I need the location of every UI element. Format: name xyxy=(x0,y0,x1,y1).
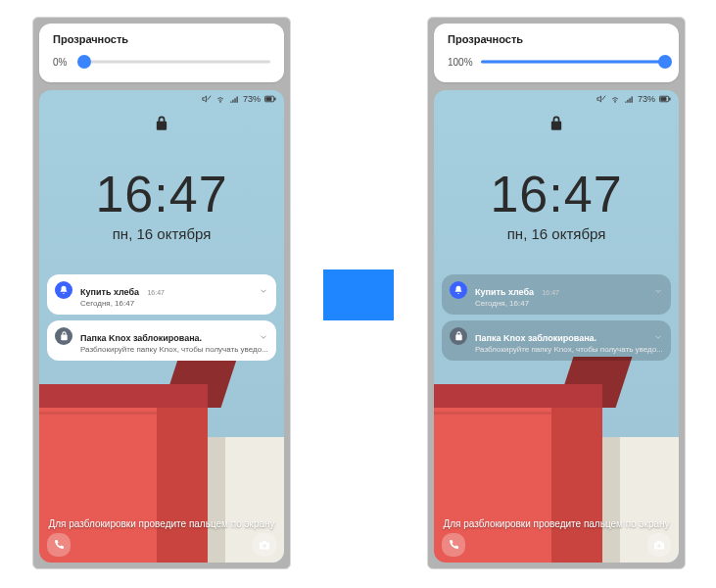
notification-list: Купить хлеба 16:47 Сегодня, 16:47 Папка … xyxy=(442,274,671,367)
chevron-down-icon[interactable] xyxy=(259,328,268,346)
svg-point-1 xyxy=(220,102,221,103)
phone-preview-left: Прозрачность 0% xyxy=(32,17,291,569)
battery-percent: 73% xyxy=(243,94,261,104)
bell-icon xyxy=(55,281,72,299)
clock-block: 16:47 пн, 16 октября xyxy=(39,169,284,242)
notification-time: 16:47 xyxy=(542,289,559,296)
lock-icon xyxy=(450,327,467,345)
chevron-down-icon[interactable] xyxy=(653,282,663,300)
svg-line-5 xyxy=(602,96,605,100)
camera-shortcut[interactable] xyxy=(647,533,671,557)
notification-text: Сегодня, 16:47 xyxy=(80,299,268,308)
transparency-card: Прозрачность 0% xyxy=(39,24,284,82)
notification-text: Сегодня, 16:47 xyxy=(475,299,663,308)
notification-title: Папка Knox заблокирована. xyxy=(475,333,597,343)
battery-icon xyxy=(659,94,671,104)
camera-shortcut[interactable] xyxy=(253,533,276,557)
svg-rect-8 xyxy=(660,97,666,101)
clock-time: 16:47 xyxy=(39,169,284,220)
battery-percent: 73% xyxy=(638,94,655,104)
bell-icon xyxy=(450,281,467,299)
clock-date: пн, 16 октября xyxy=(39,225,284,242)
svg-rect-9 xyxy=(669,98,670,101)
notification-item[interactable]: Папка Knox заблокирована. Разблокируйте … xyxy=(47,320,276,361)
unlock-hint: Для разблокировки проведите пальцем по э… xyxy=(434,518,679,529)
chevron-down-icon[interactable] xyxy=(259,282,268,300)
transparency-slider[interactable] xyxy=(481,55,665,69)
notification-item[interactable]: Папка Knox заблокирована. Разблокируйте … xyxy=(442,320,671,361)
transparency-label: Прозрачность xyxy=(448,33,523,45)
notification-text: Разблокируйте папку Knox, чтобы получать… xyxy=(80,345,268,354)
svg-rect-3 xyxy=(265,97,271,101)
clock-block: 16:47 пн, 16 октября xyxy=(434,169,679,242)
mute-icon xyxy=(597,94,606,104)
clock-time: 16:47 xyxy=(434,169,679,220)
status-bar: 73% xyxy=(597,94,671,104)
notification-title: Купить хлеба xyxy=(475,287,534,297)
phone-shortcut[interactable] xyxy=(442,533,465,557)
transparency-label: Прозрачность xyxy=(53,33,128,45)
transparency-value: 100% xyxy=(448,57,473,68)
wifi-icon xyxy=(610,94,620,104)
notification-list: Купить хлеба 16:47 Сегодня, 16:47 Папка … xyxy=(47,274,276,367)
chevron-down-icon[interactable] xyxy=(653,328,663,346)
transparency-card: Прозрачность 100% xyxy=(434,24,679,82)
transparency-slider[interactable] xyxy=(84,55,270,69)
notification-text: Разблокируйте папку Knox, чтобы получать… xyxy=(475,345,663,354)
phone-shortcut[interactable] xyxy=(47,533,71,557)
svg-line-0 xyxy=(208,96,211,100)
signal-icon xyxy=(624,94,634,104)
lock-icon xyxy=(549,116,563,135)
signal-icon xyxy=(229,94,239,104)
lockscreen-preview: 73% 16:47 пн, 16 октября Купить хлеба 16… xyxy=(39,90,284,563)
phone-preview-right: Прозрачность 100% xyxy=(427,17,686,569)
status-bar: 73% xyxy=(202,94,276,104)
battery-icon xyxy=(264,94,276,104)
svg-point-6 xyxy=(615,102,616,103)
svg-rect-4 xyxy=(274,98,275,101)
notification-title: Купить хлеба xyxy=(80,287,139,297)
notification-item[interactable]: Купить хлеба 16:47 Сегодня, 16:47 xyxy=(47,274,276,315)
notification-item[interactable]: Купить хлеба 16:47 Сегодня, 16:47 xyxy=(442,274,671,315)
notification-title: Папка Knox заблокирована. xyxy=(80,333,202,343)
wifi-icon xyxy=(215,94,225,104)
unlock-hint: Для разблокировки проведите пальцем по э… xyxy=(39,518,284,529)
notification-time: 16:47 xyxy=(147,289,165,296)
lock-icon xyxy=(155,116,168,135)
lock-icon xyxy=(55,327,72,345)
mute-icon xyxy=(202,94,212,104)
separator-square xyxy=(323,270,394,320)
clock-date: пн, 16 октября xyxy=(434,225,679,242)
transparency-value: 0% xyxy=(53,57,76,68)
lockscreen-preview: 73% 16:47 пн, 16 октября Купить хлеба 16… xyxy=(434,90,679,563)
